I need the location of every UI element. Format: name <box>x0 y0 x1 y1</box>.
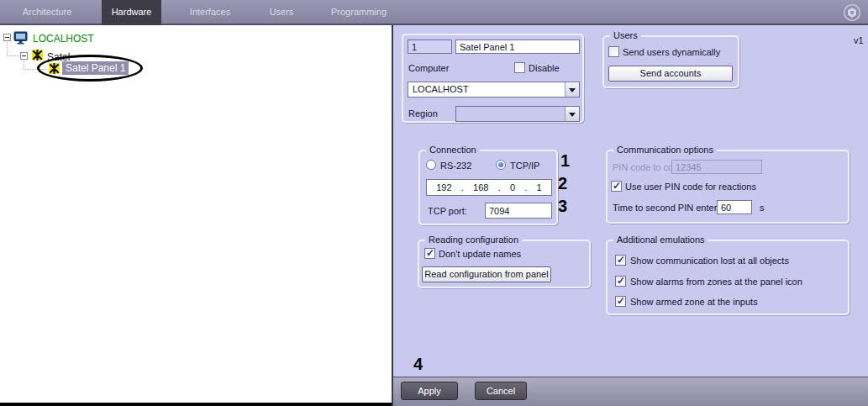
reading-configuration-group: Reading configuration Don't update names… <box>418 240 591 288</box>
additional-emulations-title: Additional emulations <box>613 235 708 245</box>
expand-toggle-satel[interactable] <box>20 52 28 60</box>
computer-select[interactable]: LOCALHOST <box>408 82 580 98</box>
tab-architecture[interactable]: Architecture <box>8 0 86 25</box>
version-label: v1 <box>854 35 864 45</box>
annotation-1: 1 <box>560 151 570 171</box>
annotation-ellipse <box>37 55 143 82</box>
top-navbar: Architecture Hardware Interfaces Users P… <box>0 0 868 25</box>
show-armed-zone-checkbox[interactable] <box>615 296 626 307</box>
disable-label: Disable <box>529 63 560 73</box>
dont-update-names-label: Don't update names <box>439 249 521 259</box>
users-group-title: Users <box>610 30 641 40</box>
annotation-2: 2 <box>558 174 567 193</box>
tab-hardware[interactable]: Hardware <box>102 0 161 25</box>
send-users-dynamically-checkbox[interactable] <box>608 46 619 57</box>
tcpip-label: TCP/IP <box>510 161 539 171</box>
annotation-4: 4 <box>413 355 423 374</box>
tcp-port-field[interactable] <box>485 203 552 219</box>
computer-select-value: LOCALHOST <box>413 84 469 94</box>
send-users-dynamically-label: Send users dynamically <box>623 47 720 57</box>
reading-configuration-title: Reading configuration <box>425 235 522 245</box>
ip-address-field[interactable]: 192 . 168 . 0 . 1 <box>426 179 552 196</box>
tab-interfaces[interactable]: Interfaces <box>172 0 248 25</box>
application-window: Architecture Hardware Interfaces Users P… <box>0 0 868 406</box>
chevron-down-icon[interactable] <box>565 82 579 97</box>
pin-code-field <box>671 160 762 174</box>
chevron-down-icon[interactable] <box>565 107 579 121</box>
satel-icon <box>32 50 43 61</box>
computer-label: Computer <box>408 63 449 73</box>
window-edge <box>0 403 392 406</box>
additional-emulations-group: Additional emulations Show communication… <box>606 240 850 315</box>
settings-panel: v1 Computer Disable LOCALHOST Region Use… <box>393 25 868 377</box>
tab-programming[interactable]: Programming <box>318 0 400 25</box>
computer-icon <box>13 31 29 47</box>
use-user-pin-label: Use user PIN code for reactions <box>625 182 756 192</box>
hardware-tree: LOCALHOST Satel Satel Panel 1 <box>0 27 392 406</box>
region-select[interactable] <box>455 106 580 122</box>
annotation-3: 3 <box>558 197 567 216</box>
identity-group: Computer Disable LOCALHOST Region <box>402 34 584 123</box>
dont-update-names-checkbox[interactable] <box>424 248 435 259</box>
gear-icon[interactable] <box>843 3 861 22</box>
tree-connector <box>7 55 19 56</box>
communication-options-title: Communication options <box>613 145 717 155</box>
disable-checkbox[interactable] <box>514 62 525 73</box>
tree-connector <box>7 42 8 56</box>
communication-options-group: Communication options PIN code to contro… <box>606 150 850 224</box>
object-id-field[interactable] <box>408 40 452 54</box>
connection-group: Connection RS-232 TCP/IP 192 . 168 . 0 .… <box>418 150 558 225</box>
second-pin-unit-label: s <box>760 203 765 213</box>
apply-button[interactable]: Apply <box>401 382 458 400</box>
users-group: Users Send users dynamically Send accoun… <box>602 35 739 88</box>
bottom-button-bar: Apply Cancel <box>393 377 868 406</box>
use-user-pin-checkbox[interactable] <box>611 181 622 192</box>
rs232-radio[interactable] <box>426 160 436 170</box>
tcp-port-label: TCP port: <box>428 206 467 216</box>
tab-users[interactable]: Users <box>252 0 311 25</box>
rs232-label: RS-232 <box>440 161 471 171</box>
show-communication-lost-checkbox[interactable] <box>615 255 626 266</box>
cancel-button[interactable]: Cancel <box>475 382 527 400</box>
read-configuration-button[interactable]: Read configuration from panel <box>422 266 551 282</box>
tree-item-localhost[interactable]: LOCALHOST <box>33 33 94 45</box>
region-label: Region <box>408 108 438 119</box>
send-accounts-button[interactable]: Send accounts <box>608 66 733 82</box>
show-communication-lost-label: Show communication lost at all objects <box>630 256 789 266</box>
show-alarms-from-zones-checkbox[interactable] <box>615 276 626 287</box>
object-name-field[interactable] <box>455 40 580 54</box>
tcpip-radio[interactable] <box>496 160 506 170</box>
show-armed-zone-label: Show armed zone at the inputs <box>630 297 758 307</box>
second-pin-time-label: Time to second PIN enter: <box>613 203 719 213</box>
expand-toggle-localhost[interactable] <box>3 34 11 41</box>
second-pin-time-field[interactable] <box>717 200 752 214</box>
connection-group-title: Connection <box>426 145 480 155</box>
show-alarms-from-zones-label: Show alarms from zones at the panel icon <box>630 277 802 287</box>
